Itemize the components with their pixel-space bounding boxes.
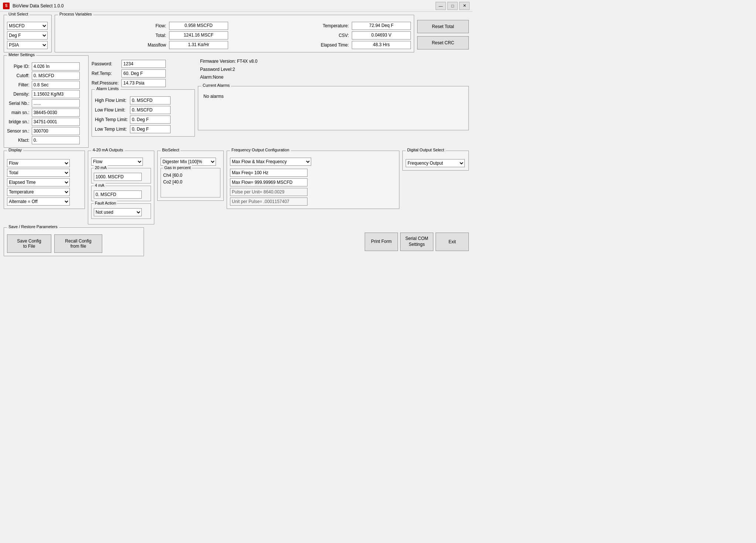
main-sn-input[interactable]	[32, 109, 80, 117]
print-form-button[interactable]: Print Form	[365, 233, 398, 251]
display-group: Display Flow Total Elapsed Time Temperat…	[4, 151, 85, 209]
mA4-title: 4 mA	[94, 183, 106, 188]
high-temp-label: High Temp Limit:	[95, 117, 128, 122]
kfact-input[interactable]	[32, 136, 80, 144]
display-select-5[interactable]: Alternate = Off	[7, 197, 70, 206]
mA-outputs-title: 4-20 mA Outputs	[91, 148, 125, 152]
fault-title: Fault Action	[94, 201, 117, 205]
cutoff-label: Cutoff:	[7, 73, 30, 78]
bioselect-group: BioSelect Digester Mix [100]% Gas in per…	[157, 151, 224, 201]
current-alarms-title: Current Alarms	[201, 83, 231, 87]
digital-output-group: Digital Output Select Frequency Output	[402, 151, 469, 171]
exit-button[interactable]: Exit	[436, 233, 469, 251]
unit-select-title: Unit Select	[7, 12, 30, 16]
save-restore-group: Save / Restore Parameters Save Config to…	[4, 227, 144, 256]
high-flow-input[interactable]	[130, 96, 171, 104]
meter-settings-group: Meter Settings Pipe ID: Cutoff: Filter: …	[4, 55, 89, 148]
pressure-unit-select[interactable]: PSIA	[7, 41, 48, 49]
main-sn-label: main sn.:	[7, 110, 30, 115]
digital-output-title: Digital Output Select	[406, 148, 446, 152]
reset-crc-button[interactable]: Reset CRC	[417, 36, 469, 49]
temp-value: 72.94 Deq F	[352, 22, 411, 30]
low-temp-label: Low Temp Limit:	[95, 127, 128, 132]
ref-pressure-input[interactable]	[121, 79, 166, 87]
pipe-id-label: Pipe ID:	[7, 64, 30, 69]
mA20-title: 20 mA	[94, 165, 108, 170]
serial-nb-input[interactable]	[32, 99, 80, 107]
massflow-value: 1.31 Kα/Hr	[169, 41, 228, 49]
alarm-limits-title: Alarm Limits	[95, 86, 120, 91]
max-flow-input[interactable]	[230, 178, 307, 186]
password-input[interactable]	[121, 60, 166, 68]
password-level: Password Level:2	[200, 66, 467, 74]
process-vars-group: Process Variables Flow: 0.958 MSCFD Temp…	[55, 15, 414, 52]
freq-output-select[interactable]: Max Flow & Max Frequency	[230, 158, 311, 166]
temp-unit-select[interactable]: Deg F	[7, 31, 48, 39]
bridge-sn-label: bridge sn.:	[7, 119, 30, 124]
ref-temp-label: Ref.Temp:	[92, 71, 118, 76]
pipe-id-input[interactable]	[32, 62, 80, 71]
alarm-limits-group: Alarm Limits High Flow Limit: Low Flow L…	[92, 89, 195, 137]
close-button[interactable]: ✕	[459, 2, 470, 10]
firmware-version: Firmware Version: FT4X v8.0	[200, 58, 467, 66]
flow-unit-select[interactable]: MSCFD	[7, 22, 48, 30]
total-label: Total:	[58, 33, 166, 38]
minimize-button[interactable]: —	[436, 2, 446, 10]
save-config-button[interactable]: Save Config to File	[7, 234, 51, 253]
window-title: BioView Data Select 1.0.0	[13, 3, 436, 8]
bioselect-select[interactable]: Digester Mix [100]%	[161, 158, 216, 166]
massflow-label: Massflow	[58, 42, 166, 48]
low-temp-input[interactable]	[130, 125, 171, 133]
serial-nb-label: Serial Nb.:	[7, 101, 30, 106]
high-temp-input[interactable]	[130, 116, 171, 124]
flow-value: 0.958 MSCFD	[169, 22, 228, 30]
app-logo: S	[3, 3, 10, 9]
flow-label: Flow:	[58, 23, 166, 28]
sensor-sn-input[interactable]	[32, 127, 80, 135]
total-value: 1241.16 MSCF	[169, 31, 228, 39]
elapsed-value: 48.3 Hrs	[352, 41, 411, 49]
ref-temp-input[interactable]	[121, 69, 166, 78]
mA4-input[interactable]	[94, 190, 142, 199]
reset-total-button[interactable]: Reset Total	[417, 20, 469, 33]
bioselect-title: BioSelect	[161, 148, 181, 152]
high-flow-label: High Flow Limit:	[95, 98, 128, 103]
sensor-sn-label: Sensor sn.:	[7, 128, 30, 134]
kfact-label: Kfact:	[7, 138, 30, 143]
display-select-2[interactable]: Total	[7, 169, 70, 177]
cutoff-input[interactable]	[32, 72, 80, 80]
ref-pressure-label: Ref.Pressure:	[92, 80, 118, 86]
unit-select-group: Unit Select MSCFD Deg F PSIA	[4, 15, 52, 52]
pulse-per-unit-input	[230, 188, 307, 196]
serial-com-button[interactable]: Serial COM Settings	[400, 233, 433, 251]
digital-output-select[interactable]: Frequency Output	[406, 159, 465, 167]
filter-input[interactable]	[32, 81, 80, 89]
density-input[interactable]	[32, 90, 80, 98]
title-bar: S BioView Data Select 1.0.0 — □ ✕	[0, 0, 472, 12]
csv-value: 0.04693 V	[352, 31, 411, 39]
meter-settings-title: Meter Settings	[7, 52, 36, 57]
display-select-4[interactable]: Temperature	[7, 188, 70, 196]
alarms-content: No alarms	[201, 92, 465, 101]
co2-value: Co2 [40.0	[163, 179, 218, 185]
recall-config-button[interactable]: Recall Config from file	[54, 234, 102, 253]
ch4-value: Ch4 [60.0	[163, 173, 218, 178]
max-freq-input[interactable]	[230, 169, 307, 177]
low-flow-label: Low Flow Limit:	[95, 107, 128, 113]
maximize-button[interactable]: □	[447, 2, 458, 10]
unit-per-pulse-input	[230, 197, 307, 206]
alarm-status: Alarm:None	[200, 73, 467, 82]
elapsed-label: Elapsed Time:	[231, 42, 349, 48]
window-controls: — □ ✕	[436, 2, 470, 10]
mA-select[interactable]: Flow	[91, 158, 143, 166]
temp-label: Temperature:	[231, 23, 349, 28]
current-alarms-group: Current Alarms No alarms	[198, 86, 469, 130]
mA20-input[interactable]	[94, 173, 142, 181]
save-restore-title: Save / Restore Parameters	[7, 224, 59, 229]
fault-select[interactable]: Not used	[94, 208, 142, 216]
display-select-3[interactable]: Elapsed Time	[7, 178, 70, 186]
display-select-1[interactable]: Flow	[7, 159, 70, 167]
firmware-info: Firmware Version: FT4X v8.0 Password Lev…	[198, 55, 469, 84]
low-flow-input[interactable]	[130, 106, 171, 114]
bridge-sn-input[interactable]	[32, 118, 80, 126]
